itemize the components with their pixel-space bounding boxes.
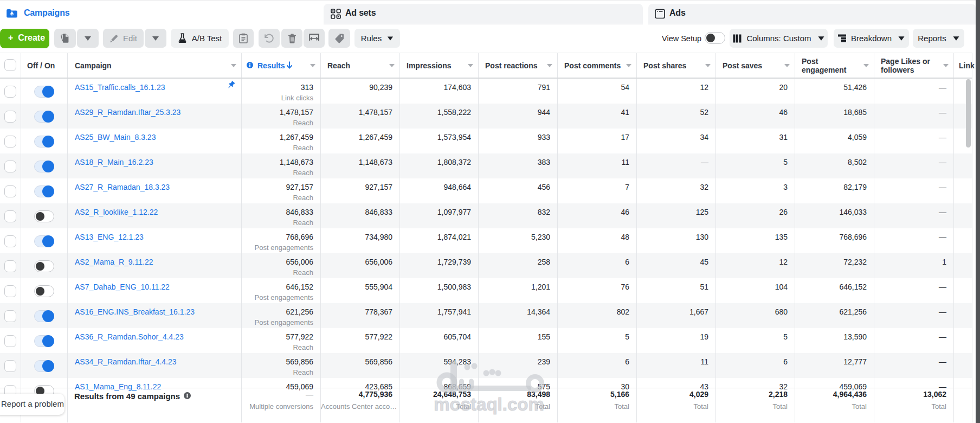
- svg-text:mostaql.com: mostaql.com: [434, 394, 544, 414]
